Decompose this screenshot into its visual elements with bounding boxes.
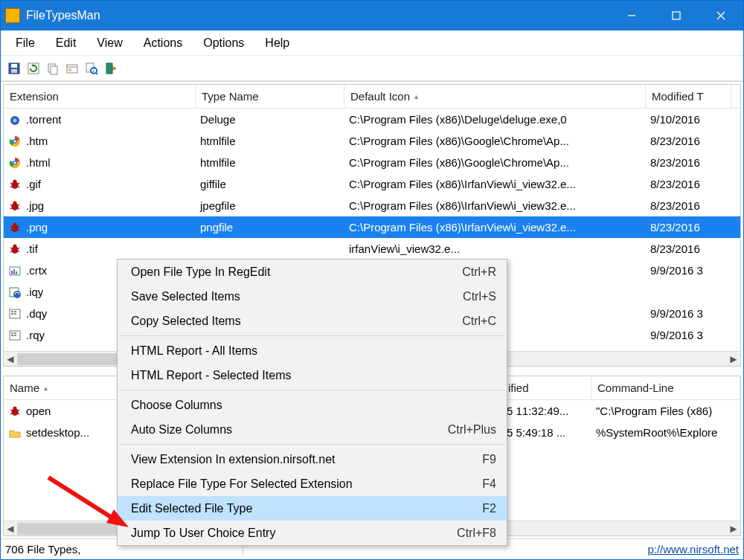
menu-separator (119, 335, 505, 336)
cell-type-name: jpegfile (196, 199, 344, 212)
menu-item-label: Copy Selected Items (131, 315, 462, 328)
svg-rect-64 (14, 332, 16, 334)
dqy-icon (8, 307, 22, 321)
menu-edit[interactable]: Edit (45, 33, 87, 53)
cell-default-icon: C:\Program Files (x86)\Google\Chrome\Ap.… (344, 156, 646, 169)
table-row[interactable]: .pngpngfileC:\Program Files (x86)\IrfanV… (4, 216, 740, 238)
context-menu-item[interactable]: Auto Size ColumnsCtrl+Plus (118, 417, 507, 442)
find-icon[interactable] (83, 59, 100, 77)
svg-rect-17 (106, 63, 112, 74)
cell-default-icon: C:\Program Files (x86)\IrfanView\i_view3… (344, 178, 646, 190)
scroll-left-icon[interactable]: ◄ (4, 353, 17, 366)
cell-default-icon: C:\Program Files (x86)\Google\Chrome\Ap.… (344, 135, 646, 147)
menu-help[interactable]: Help (254, 33, 300, 53)
table-row[interactable]: .torrentDelugeC:\Program Files (x86)\Del… (4, 109, 740, 130)
menu-bar: File Edit View Actions Options Help (1, 30, 743, 56)
cell-modified: 8/23/2016 (646, 178, 731, 190)
cell-default-icon: C:\Program Files (x86)\IrfanView\i_view3… (344, 221, 646, 234)
cell-extension: .jpg (26, 199, 44, 212)
scroll-right-icon[interactable]: ► (727, 353, 740, 366)
cell-modified: 5 5:49:18 ... (502, 426, 591, 439)
menu-item-label: HTML Report - Selected Items (131, 369, 496, 382)
menu-actions[interactable]: Actions (133, 33, 193, 53)
menu-view[interactable]: View (86, 33, 132, 53)
cell-modified: 9/9/2016 3 (646, 264, 731, 277)
svg-point-28 (13, 179, 17, 183)
maximize-button[interactable] (654, 1, 699, 30)
cell-modified: 8/23/2016 (646, 199, 731, 212)
app-icon (5, 8, 20, 23)
cell-extension: .rqy (26, 329, 45, 341)
refresh-icon[interactable] (25, 59, 42, 77)
cell-modified: 8/23/2016 (646, 156, 731, 169)
context-menu-item[interactable]: View Extension In extension.nirsoft.netF… (118, 447, 507, 472)
context-menu-item[interactable]: HTML Report - All Items (118, 338, 507, 363)
table-row[interactable]: .tifirfanView\i_view32.e...8/23/2016 (4, 238, 740, 260)
nirsoft-link[interactable]: p://www.nirsoft.net (643, 543, 739, 556)
table-row[interactable]: .htmhtmlfileC:\Program Files (x86)\Googl… (4, 130, 740, 152)
context-menu-item[interactable]: Choose Columns (118, 393, 507, 417)
col-modified-time[interactable]: Modified T (646, 85, 731, 108)
col-modified[interactable]: ified (502, 376, 591, 399)
table-row[interactable]: .gifgiffileC:\Program Files (x86)\IrfanV… (4, 173, 740, 195)
cell-name: setdesktop... (26, 426, 89, 439)
cell-type-name: pngfile (196, 221, 344, 234)
cell-type-name: htmlfile (196, 135, 344, 147)
cell-modified: 9/9/2016 3 (646, 307, 731, 320)
cell-type-name: giffile (196, 178, 344, 190)
svg-rect-6 (11, 69, 17, 73)
menu-item-accel: F4 (482, 477, 496, 491)
context-menu-item[interactable]: HTML Report - Selected Items (118, 363, 507, 387)
folder-icon (8, 426, 22, 440)
dqy-icon (8, 329, 22, 342)
sort-asc-icon: ▴ (414, 92, 418, 100)
properties-icon[interactable] (63, 59, 81, 77)
svg-rect-58 (11, 311, 13, 312)
minimize-button[interactable] (609, 1, 654, 30)
exit-icon[interactable] (102, 59, 120, 77)
chrome-icon (8, 135, 22, 148)
menu-item-label: Jump To User Choice Entry (131, 527, 457, 540)
context-menu-item[interactable]: Edit Selected File TypeF2 (118, 496, 507, 521)
col-command-line[interactable]: Command-Line (591, 376, 740, 399)
svg-point-23 (14, 140, 16, 142)
menu-item-label: Auto Size Columns (131, 423, 448, 437)
menu-item-label: Save Selected Items (131, 290, 463, 303)
col-type-name[interactable]: Type Name (196, 85, 344, 108)
col-extension[interactable]: Extension (4, 85, 196, 108)
copy-icon[interactable] (44, 59, 62, 77)
menu-item-label: View Extension In extension.nirsoft.net (131, 453, 482, 466)
table-row[interactable]: .htmlhtmlfileC:\Program Files (x86)\Goog… (4, 152, 740, 173)
cell-modified: 8/23/2016 (646, 221, 731, 234)
context-menu-item[interactable]: Replace File Type For Selected Extension… (118, 472, 507, 496)
close-button[interactable] (699, 1, 743, 30)
svg-point-46 (13, 244, 17, 248)
col-default-icon[interactable]: Default Icon▴ (344, 85, 646, 108)
svg-rect-10 (51, 66, 57, 74)
scroll-right-icon[interactable]: ► (727, 522, 740, 535)
svg-rect-63 (11, 332, 13, 334)
context-menu-item[interactable]: Jump To User Choice EntryCtrl+F8 (118, 521, 507, 545)
svg-point-20 (13, 118, 17, 122)
cell-extension: .crtx (26, 264, 47, 277)
context-menu-item[interactable]: Save Selected ItemsCtrl+S (118, 284, 507, 309)
menu-item-label: Open File Type In RegEdit (131, 265, 462, 279)
cell-extension: .html (26, 156, 51, 169)
menu-item-accel: F2 (482, 502, 496, 515)
menu-file[interactable]: File (5, 33, 45, 53)
scroll-left-icon[interactable]: ◄ (4, 522, 17, 535)
menu-separator (119, 444, 505, 445)
menu-separator (119, 390, 505, 390)
cell-modified: 5 11:32:49... (502, 405, 591, 417)
cell-default-icon: C:\Program Files (x86)\Deluge\deluge.exe… (344, 113, 646, 126)
table-row[interactable]: .jpgjpegfileC:\Program Files (x86)\Irfan… (4, 195, 740, 216)
context-menu-item[interactable]: Open File Type In RegEditCtrl+R (118, 260, 507, 284)
save-icon[interactable] (5, 59, 23, 77)
svg-point-40 (13, 222, 17, 226)
menu-options[interactable]: Options (193, 33, 254, 53)
context-menu-item[interactable]: Copy Selected ItemsCtrl+C (118, 309, 507, 333)
context-menu: Open File Type In RegEditCtrl+RSave Sele… (117, 259, 507, 546)
window-title: FileTypesMan (26, 9, 609, 22)
bug-icon (8, 242, 22, 256)
cell-type-name: Deluge (196, 113, 344, 126)
